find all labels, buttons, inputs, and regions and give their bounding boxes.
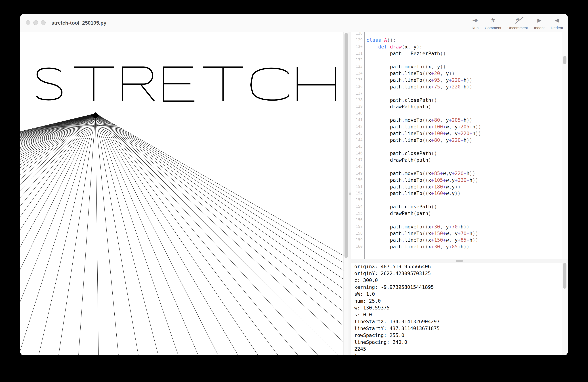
fan-line xyxy=(20,114,95,355)
fan-line xyxy=(20,114,95,355)
fan-line xyxy=(20,114,95,355)
toolbar-uncomment-label: Uncomment xyxy=(507,26,528,30)
letter-T2 xyxy=(203,67,243,101)
canvas-scrollbar-thumb[interactable] xyxy=(344,33,348,258)
code-line-number: 139 xyxy=(351,103,363,110)
fan-line xyxy=(20,114,95,355)
code-line-number: 154 xyxy=(351,203,363,210)
code-editor[interactable]: 128129class A():130 def draw(x, y):131 p… xyxy=(351,32,562,259)
code-line-number: 150 xyxy=(351,177,363,183)
editor-scrollbar-track[interactable] xyxy=(562,32,568,259)
console-line: originX: 487.5191955566406 xyxy=(354,263,431,270)
code-line-number: 147 xyxy=(351,157,363,163)
toolbar-dedent-label: Dedent xyxy=(551,26,563,30)
toolbar-comment-button[interactable]: #Comment xyxy=(485,15,501,32)
code-line-number: 131 xyxy=(351,50,363,57)
fan-line xyxy=(50,114,95,355)
indent-icon: ▶ xyxy=(538,15,541,25)
code-line: 159 path.lineTo((x+150+w, y+85+h)) xyxy=(351,237,562,243)
code-line: 139 drawPath(path) xyxy=(351,103,562,110)
fan-line xyxy=(20,114,95,355)
close-window-button[interactable] xyxy=(26,20,30,25)
fan-line xyxy=(20,114,95,355)
code-line-number: 133 xyxy=(351,63,363,70)
fan-line xyxy=(20,114,95,355)
code-line-number: 151 xyxy=(351,183,363,190)
console-line: c: 300.0 xyxy=(354,277,378,284)
fan-line xyxy=(20,114,95,355)
code-line-number: 155 xyxy=(351,210,363,217)
fan-line xyxy=(95,114,321,355)
fan-line xyxy=(20,114,95,355)
run-icon: ➔ xyxy=(472,15,478,25)
minimize-window-button[interactable] xyxy=(33,20,38,25)
fan-line xyxy=(95,114,343,355)
code-line: 152 path.lineTo((x+160+w,y)) xyxy=(351,190,562,197)
app-window: stretch-tool_250105.py ➔Run#Comment#Unco… xyxy=(20,14,568,355)
fan-line xyxy=(20,114,95,355)
letter-C xyxy=(251,68,289,100)
code-line-number: 137 xyxy=(351,90,363,97)
vertical-splitter-handle[interactable] xyxy=(349,192,351,195)
toolbar-run-button[interactable]: ➔Run xyxy=(472,15,479,32)
code-line-number: 145 xyxy=(351,143,363,150)
toolbar-dedent-button[interactable]: ◀Dedent xyxy=(551,15,563,32)
output-console[interactable]: originX: 487.5191955566406originY: 2622.… xyxy=(351,263,568,355)
console-line: rowSpacing: 255.0 xyxy=(354,332,404,339)
fan-line xyxy=(20,114,95,355)
window-title: stretch-tool_250105.py xyxy=(51,14,106,32)
fan-line xyxy=(20,114,95,355)
code-line: 146 path.closePath() xyxy=(351,150,562,157)
fan-line xyxy=(95,114,99,355)
toolbar-comment-label: Comment xyxy=(485,26,501,30)
fan-line xyxy=(20,114,95,355)
code-line: 143 path.lineTo((x+100+w, y+220+h)) xyxy=(351,130,562,137)
code-line-number: 158 xyxy=(351,230,363,237)
console-line: 2245 xyxy=(354,346,366,353)
toolbar-indent-button[interactable]: ▶Indent xyxy=(534,15,545,32)
console-line: lineStartX: 134.3141326904297 xyxy=(354,318,440,325)
canvas-scrollbar-track[interactable] xyxy=(343,32,349,355)
main-area: 128129class A():130 def draw(x, y):131 p… xyxy=(20,32,568,355)
console-scrollbar-track[interactable] xyxy=(562,263,568,355)
fan-line xyxy=(20,114,95,355)
code-line-number: 146 xyxy=(351,150,363,157)
fan-line xyxy=(20,114,95,355)
fan-line xyxy=(20,114,95,355)
code-line: 141 path.moveTo((x+80, y+205+h)) xyxy=(351,117,562,123)
horizontal-splitter[interactable] xyxy=(351,259,568,263)
fan-line xyxy=(20,114,95,355)
comment-icon: # xyxy=(491,15,495,25)
code-line: 160 path.lineTo((x+30, y+85+h)) xyxy=(351,243,562,250)
fan-line xyxy=(95,114,296,355)
console-scrollbar-thumb[interactable] xyxy=(563,263,567,289)
editor-scrollbar-thumb[interactable] xyxy=(563,56,567,64)
fan-line xyxy=(20,114,95,355)
horizontal-splitter-handle[interactable] xyxy=(456,260,463,262)
fan-line xyxy=(20,114,95,355)
fan-line xyxy=(20,114,95,355)
fan-line xyxy=(20,114,95,355)
toolbar: ➔Run#Comment#Uncomment▶Indent◀Dedent xyxy=(472,15,563,32)
code-line-number: 144 xyxy=(351,137,363,143)
console-line: kerning: -9.973958015441895 xyxy=(354,284,434,291)
toolbar-uncomment-button[interactable]: #Uncomment xyxy=(507,15,528,32)
console-line: originY: 2622.423095703125 xyxy=(354,270,431,277)
letter-H xyxy=(297,67,336,101)
code-line-number: 160 xyxy=(351,243,363,250)
code-line: 130 def draw(x, y): xyxy=(351,43,562,50)
code-line: 133 path.moveTo((x, y)) xyxy=(351,63,562,70)
code-line: 148 xyxy=(351,163,562,170)
fan-line xyxy=(20,114,95,355)
code-line: 147 drawPath(path) xyxy=(351,157,562,163)
code-line-number: 157 xyxy=(351,223,363,230)
code-line-number: 136 xyxy=(351,83,363,90)
code-line-number: 135 xyxy=(351,77,363,83)
fan-line xyxy=(20,114,95,355)
fan-line xyxy=(20,114,95,355)
code-line-number: 130 xyxy=(351,43,363,50)
fan-line xyxy=(20,114,95,355)
code-line: 150 path.lineTo((x+105+w,y+220+h)) xyxy=(351,177,562,183)
zoom-window-button[interactable] xyxy=(41,20,46,25)
vertical-splitter[interactable] xyxy=(349,32,351,355)
